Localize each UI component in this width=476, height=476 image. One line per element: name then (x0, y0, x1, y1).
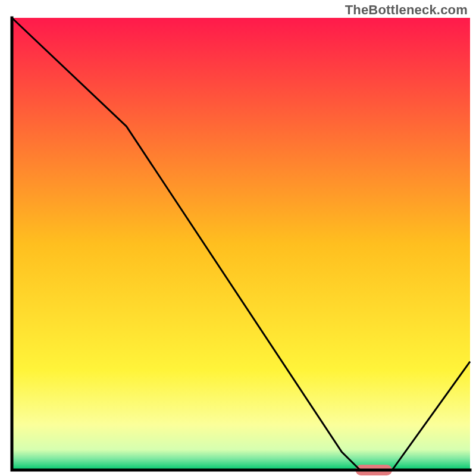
watermark-text: TheBottleneck.com (345, 2, 468, 18)
chart-frame: TheBottleneck.com (0, 0, 476, 476)
bottleneck-chart (0, 0, 476, 476)
plot-background (12, 18, 470, 470)
